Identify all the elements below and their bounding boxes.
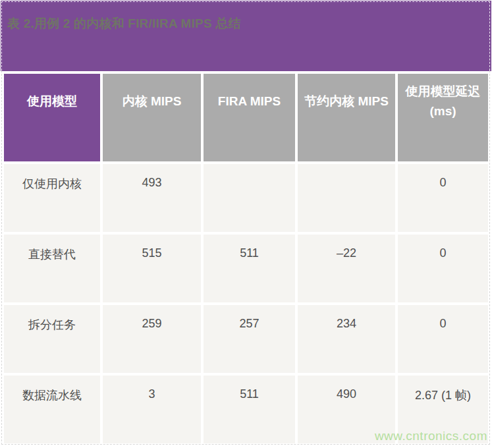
table-cell: 259 [103,305,201,373]
table-cell: 493 [103,164,201,232]
header-label: 使用模型延迟 (ms) [406,74,481,129]
header-cell-usage-model: 使用模型 [4,74,100,161]
table-cell: 257 [204,305,295,373]
mips-summary-table: 使用模型 内核 MIPS FIRA MIPS 节约内核 MIPS 使用模型延迟 … [4,74,488,443]
table-cell: 234 [298,305,395,373]
table-cell: 515 [103,235,201,302]
header-cell-saved-core-mips: 节约内核 MIPS [298,74,395,161]
header-cell-fira-mips: FIRA MIPS [204,74,295,161]
table-cell: –22 [298,235,395,302]
header-label: 内核 MIPS [123,74,182,129]
header-cell-core-mips: 内核 MIPS [103,74,201,161]
table-cell: 仅使用内核 [4,164,100,232]
table-cell [298,164,395,232]
header-cell-usage-model-latency: 使用模型延迟 (ms) [398,74,488,161]
header-label: 节约内核 MIPS [304,74,389,129]
table-figure: 表 2.用例 2 的内核和 FIR/IIRA MIPS 总结 使用模型 内核 M… [0,0,492,448]
table-cell: 拆分任务 [4,305,100,373]
table-title-banner: 表 2.用例 2 的内核和 FIR/IIRA MIPS 总结 [1,1,491,71]
table-cell: 0 [398,235,488,302]
table-cell: 0 [398,164,488,232]
header-label: FIRA MIPS [218,74,281,129]
table-cell: 0 [398,305,488,373]
table-cell: 3 [103,376,201,443]
table-cell [204,164,295,232]
header-label: 使用模型 [27,74,77,129]
table-title: 表 2.用例 2 的内核和 FIR/IIRA MIPS 总结 [7,15,241,32]
table-cell: 直接替代 [4,235,100,302]
table-cell: 数据流水线 [4,376,100,443]
watermark-text: www.cntronics.com [375,429,487,443]
table-cell: 511 [204,376,295,443]
table-cell: 511 [204,235,295,302]
